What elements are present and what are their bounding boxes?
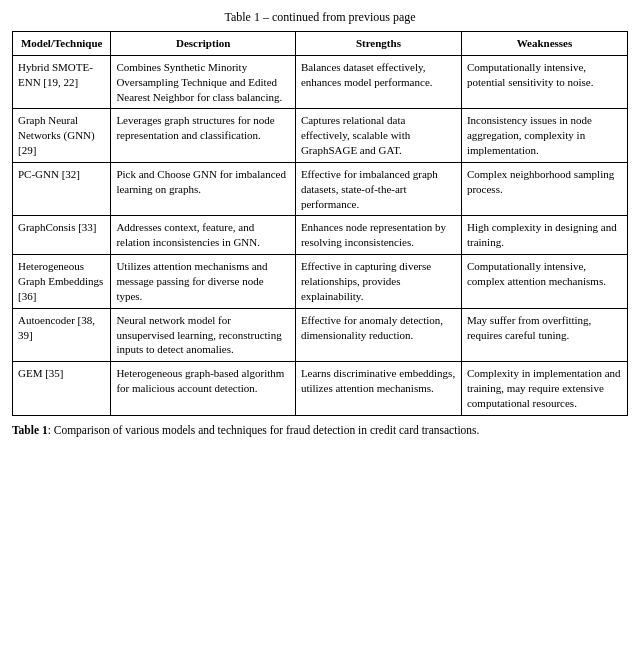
table-row: GraphConsis [33]Addresses context, featu… <box>13 216 628 255</box>
cell-description-4: Utilizes attention mechanisms and messag… <box>111 255 296 309</box>
comparison-table: Model/Technique Description Strengths We… <box>12 31 628 416</box>
cell-description-3: Addresses context, feature, and relation… <box>111 216 296 255</box>
table-header-row: Model/Technique Description Strengths We… <box>13 32 628 56</box>
table-row: Graph Neural Networks (GNN) [29]Leverage… <box>13 109 628 163</box>
cell-weaknesses-4: Computationally intensive, complex atten… <box>461 255 627 309</box>
table-row: Autoencoder [38, 39]Neural network model… <box>13 308 628 362</box>
cell-description-2: Pick and Choose GNN for imbalanced learn… <box>111 162 296 216</box>
cell-description-0: Combines Synthetic Minority Oversampling… <box>111 55 296 109</box>
cell-weaknesses-6: Complexity in implementation and trainin… <box>461 362 627 416</box>
cell-weaknesses-1: Inconsistency issues in node aggregation… <box>461 109 627 163</box>
cell-strengths-2: Effective for imbalanced graph datasets,… <box>295 162 461 216</box>
cell-description-5: Neural network model for unsupervised le… <box>111 308 296 362</box>
header-description: Description <box>111 32 296 56</box>
cell-strengths-5: Effective for anomaly detection, dimensi… <box>295 308 461 362</box>
cell-weaknesses-2: Complex neighborhood sampling process. <box>461 162 627 216</box>
cell-weaknesses-3: High complexity in designing and trainin… <box>461 216 627 255</box>
cell-strengths-1: Captures relational data effectively, sc… <box>295 109 461 163</box>
cell-model-3: GraphConsis [33] <box>13 216 111 255</box>
cell-description-6: Heterogeneous graph-based algorithm for … <box>111 362 296 416</box>
cell-model-6: GEM [35] <box>13 362 111 416</box>
table-continued-title: Table 1 – continued from previous page <box>224 10 415 25</box>
cell-model-4: Heterogeneous Graph Embeddings [36] <box>13 255 111 309</box>
cell-model-2: PC-GNN [32] <box>13 162 111 216</box>
table-row: Heterogeneous Graph Embeddings [36]Utili… <box>13 255 628 309</box>
cell-weaknesses-0: Computationally intensive, potential sen… <box>461 55 627 109</box>
cell-model-0: Hybrid SMOTE-ENN [19, 22] <box>13 55 111 109</box>
cell-description-1: Leverages graph structures for node repr… <box>111 109 296 163</box>
table-row: GEM [35]Heterogeneous graph-based algori… <box>13 362 628 416</box>
cell-model-5: Autoencoder [38, 39] <box>13 308 111 362</box>
header-model: Model/Technique <box>13 32 111 56</box>
cell-strengths-3: Enhances node representation by resolvin… <box>295 216 461 255</box>
header-strengths: Strengths <box>295 32 461 56</box>
caption-text: : Comparison of various models and techn… <box>48 424 480 436</box>
table-row: Hybrid SMOTE-ENN [19, 22]Combines Synthe… <box>13 55 628 109</box>
cell-model-1: Graph Neural Networks (GNN) [29] <box>13 109 111 163</box>
caption-label: Table 1 <box>12 424 48 436</box>
table-row: PC-GNN [32]Pick and Choose GNN for imbal… <box>13 162 628 216</box>
cell-strengths-4: Effective in capturing diverse relations… <box>295 255 461 309</box>
cell-weaknesses-5: May suffer from overfitting, requires ca… <box>461 308 627 362</box>
header-weaknesses: Weaknesses <box>461 32 627 56</box>
cell-strengths-0: Balances dataset effectively, enhances m… <box>295 55 461 109</box>
table-caption: Table 1: Comparison of various models an… <box>12 424 628 436</box>
cell-strengths-6: Learns discriminative embeddings, utiliz… <box>295 362 461 416</box>
